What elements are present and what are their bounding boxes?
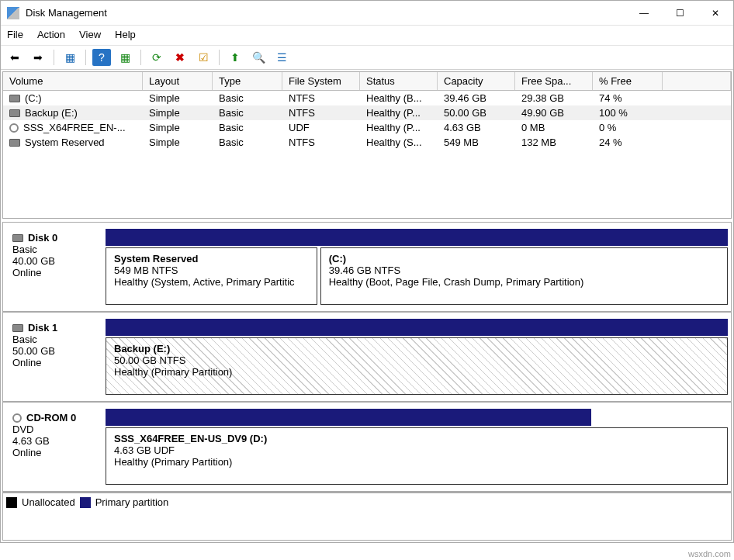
disk-icon (9, 109, 20, 117)
partition-size: 4.63 GB UDF (114, 444, 719, 456)
volume-status: Healthy (P... (360, 120, 438, 135)
rescan-icon[interactable]: ⟳ (147, 49, 166, 66)
back-button[interactable]: ⬅ (5, 49, 24, 66)
toolbar-separator (219, 50, 220, 65)
up-icon[interactable]: ⬆ (226, 49, 244, 66)
volume-free: 49.90 GB (515, 105, 593, 120)
volume-free: 29.38 GB (515, 91, 593, 105)
refresh-icon[interactable]: ▦ (116, 49, 134, 66)
disk-kind: DVD (12, 423, 99, 435)
partition[interactable]: (C:) 39.46 GB NTFS Healthy (Boot, Page F… (320, 247, 728, 305)
graph-top-bar (106, 409, 591, 426)
menu-help[interactable]: Help (115, 29, 136, 40)
volume-capacity: 50.00 GB (438, 105, 515, 120)
disk-info: Disk 0 Basic 40.00 GB Online (6, 229, 106, 305)
properties-icon[interactable]: 🔍 (249, 49, 268, 66)
col-capacity[interactable]: Capacity (438, 72, 515, 90)
volume-fs: NTFS (282, 105, 360, 120)
col-spacer (663, 72, 731, 90)
volume-fs: NTFS (282, 135, 360, 150)
disk-state: Online (12, 357, 99, 368)
volume-name: SSS_X64FREE_EN-... (23, 122, 126, 133)
volume-capacity: 549 MB (438, 135, 515, 150)
toolbar: ⬅ ➡ ▦ ? ▦ ⟳ ✖ ☑ ⬆ 🔍 ☰ (1, 46, 733, 70)
partition-title: System Reserved (114, 253, 309, 264)
volume-status: Healthy (B... (360, 91, 438, 105)
volume-name: Backup (E:) (25, 107, 78, 119)
volume-type: Basic (213, 91, 282, 105)
graph-top-bar (106, 229, 728, 246)
partition[interactable]: Backup (E:) 50.00 GB NTFS Healthy (Prima… (106, 337, 728, 395)
col-type[interactable]: Type (213, 72, 282, 90)
col-pct[interactable]: % Free (593, 72, 663, 90)
disk-graphic-area[interactable]: Disk 0 Basic 40.00 GB Online System Rese… (2, 222, 732, 541)
show-hide-console-tree-icon[interactable]: ▦ (61, 49, 79, 66)
forward-button[interactable]: ➡ (29, 49, 47, 66)
app-icon (7, 7, 19, 19)
disk-graph: System Reserved 549 MB NTFS Healthy (Sys… (106, 229, 728, 305)
partition[interactable]: SSS_X64FREE_EN-US_DV9 (D:) 4.63 GB UDF H… (106, 427, 728, 485)
minimize-button[interactable]: — (626, 1, 662, 26)
list-icon[interactable]: ☰ (272, 49, 291, 66)
toolbar-separator (140, 50, 141, 65)
volume-type: Basic (213, 135, 282, 150)
legend: Unallocated Primary partition (3, 493, 731, 511)
graph-top-bar (106, 319, 728, 336)
toolbar-separator (54, 50, 54, 65)
titlebar: Disk Management — ☐ ✕ (1, 1, 733, 26)
disk-size: 50.00 GB (12, 345, 99, 357)
menu-file[interactable]: File (7, 29, 23, 40)
disk-kind: Basic (12, 244, 99, 255)
disk-icon (9, 95, 20, 102)
volume-layout: Simple (143, 135, 213, 150)
partition-status: Healthy (System, Active, Primary Partiti… (114, 276, 309, 288)
col-free[interactable]: Free Spa... (515, 72, 593, 90)
partition-title: SSS_X64FREE_EN-US_DV9 (D:) (114, 433, 719, 444)
col-fs[interactable]: File System (282, 72, 360, 90)
volume-row[interactable]: SSS_X64FREE_EN-...SimpleBasicUDFHealthy … (3, 120, 731, 135)
col-status[interactable]: Status (360, 72, 438, 90)
disk-block: Disk 1 Basic 50.00 GB Online Backup (E:)… (3, 313, 731, 403)
partition-status: Healthy (Primary Partition) (114, 366, 719, 378)
help-icon[interactable]: ? (92, 49, 111, 66)
toolbar-separator (85, 50, 86, 65)
partition-status: Healthy (Primary Partition) (114, 456, 719, 468)
volume-layout: Simple (143, 91, 213, 105)
close-button[interactable]: ✕ (698, 1, 733, 26)
disk-size: 4.63 GB (12, 435, 99, 447)
menu-action[interactable]: Action (37, 29, 65, 40)
volume-status: Healthy (P... (360, 105, 438, 120)
volume-type: Basic (213, 120, 282, 135)
volume-list: Volume Layout Type File System Status Ca… (2, 71, 732, 219)
partition-status: Healthy (Boot, Page File, Crash Dump, Pr… (329, 276, 719, 288)
menu-view[interactable]: View (79, 29, 101, 40)
check-icon[interactable]: ☑ (194, 49, 213, 66)
volume-header: Volume Layout Type File System Status Ca… (3, 72, 731, 91)
window-title: Disk Management (26, 7, 626, 19)
partition[interactable]: System Reserved 549 MB NTFS Healthy (Sys… (106, 247, 317, 305)
disk-graph: SSS_X64FREE_EN-US_DV9 (D:) 4.63 GB UDF H… (106, 409, 728, 485)
disk-info: CD-ROM 0 DVD 4.63 GB Online (6, 409, 106, 485)
disk-kind: Basic (12, 334, 99, 345)
volume-free: 132 MB (515, 135, 593, 150)
disk-size: 40.00 GB (12, 255, 99, 267)
disk-icon (12, 324, 23, 332)
col-volume[interactable]: Volume (3, 72, 143, 90)
volume-row[interactable]: Backup (E:)SimpleBasicNTFSHealthy (P...5… (3, 105, 731, 120)
volume-pct: 0 % (593, 120, 663, 135)
partition-title: (C:) (329, 253, 719, 264)
volume-name: (C:) (25, 92, 42, 104)
volume-pct: 74 % (593, 91, 663, 105)
volume-row[interactable]: (C:)SimpleBasicNTFSHealthy (B...39.46 GB… (3, 91, 731, 105)
legend-primary: Primary partition (95, 496, 169, 508)
volume-layout: Simple (143, 120, 213, 135)
volume-type: Basic (213, 105, 282, 120)
disk-icon (9, 139, 20, 147)
partition-size: 39.46 GB NTFS (329, 264, 719, 276)
maximize-button[interactable]: ☐ (662, 1, 698, 26)
disk-label: Disk 1 (28, 322, 57, 334)
delete-icon[interactable]: ✖ (171, 49, 189, 66)
col-layout[interactable]: Layout (143, 72, 213, 90)
disk-graph: Backup (E:) 50.00 GB NTFS Healthy (Prima… (106, 319, 728, 395)
volume-row[interactable]: System ReservedSimpleBasicNTFSHealthy (S… (3, 135, 731, 150)
